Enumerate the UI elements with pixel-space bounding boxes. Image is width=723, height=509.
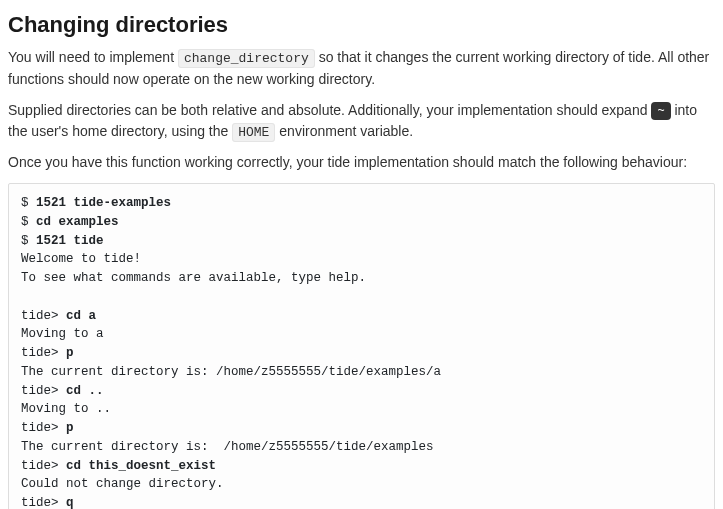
terminal-line: $ 1521 tide-examples	[21, 194, 702, 213]
text-segment: environment variable.	[275, 123, 413, 139]
terminal-line: Moving to a	[21, 325, 702, 344]
terminal-line: The current directory is: /home/z5555555…	[21, 438, 702, 457]
terminal-line	[21, 288, 702, 307]
terminal-line: Could not change directory.	[21, 475, 702, 494]
terminal-line: tide> cd a	[21, 307, 702, 326]
terminal-line: $ 1521 tide	[21, 232, 702, 251]
tilde-key-badge: ~	[651, 102, 670, 120]
terminal-line: The current directory is: /home/z5555555…	[21, 363, 702, 382]
code-home-var: HOME	[232, 123, 275, 142]
code-change-directory: change_directory	[178, 49, 315, 68]
terminal-line: Welcome to tide!	[21, 250, 702, 269]
terminal-line: tide> cd ..	[21, 382, 702, 401]
terminal-line: tide> p	[21, 344, 702, 363]
section-heading: Changing directories	[8, 8, 715, 41]
text-segment: You will need to implement	[8, 49, 178, 65]
terminal-output: $ 1521 tide-examples$ cd examples$ 1521 …	[8, 183, 715, 509]
terminal-line: tide> p	[21, 419, 702, 438]
terminal-line: tide> cd this_doesnt_exist	[21, 457, 702, 476]
terminal-line: tide> q	[21, 494, 702, 509]
terminal-line: To see what commands are available, type…	[21, 269, 702, 288]
paragraph-intro: You will need to implement change_direct…	[8, 47, 715, 90]
terminal-line: $ cd examples	[21, 213, 702, 232]
paragraph-details: Supplied directories can be both relativ…	[8, 100, 715, 143]
text-segment: Supplied directories can be both relativ…	[8, 102, 651, 118]
terminal-line: Moving to ..	[21, 400, 702, 419]
paragraph-behaviour: Once you have this function working corr…	[8, 152, 715, 173]
